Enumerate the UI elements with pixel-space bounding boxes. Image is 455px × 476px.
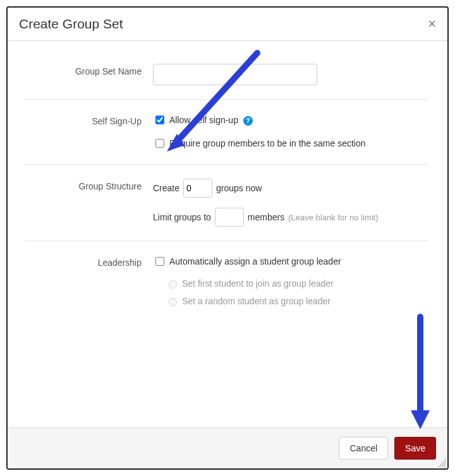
auto-assign-leader-checkbox[interactable] <box>155 257 164 266</box>
save-button[interactable]: Save <box>394 437 436 460</box>
dialog-footer: Cancel Save <box>8 427 447 468</box>
same-section-label[interactable]: Require group members to be in the same … <box>169 137 366 150</box>
help-icon[interactable]: ? <box>243 116 253 126</box>
self-signup-label: Self Sign-Up <box>27 114 153 150</box>
create-suffix: groups now <box>216 183 262 193</box>
auto-assign-leader-label[interactable]: Automatically assign a student group lea… <box>169 255 341 268</box>
limit-suffix: members <box>248 212 284 222</box>
group-count-input[interactable] <box>183 179 212 198</box>
section-group-structure: Group Structure Create groups now Limit … <box>27 165 428 241</box>
dialog-title: Create Group Set <box>19 16 123 32</box>
cancel-button[interactable]: Cancel <box>339 437 388 460</box>
create-prefix: Create <box>153 183 179 193</box>
allow-self-signup-checkbox[interactable] <box>155 116 164 124</box>
create-group-set-dialog: Create Group Set × Group Set Name Self S… <box>6 6 449 470</box>
same-section-checkbox[interactable] <box>155 139 164 148</box>
group-limit-input[interactable] <box>215 208 244 227</box>
section-leadership: Leadership Automatically assign a studen… <box>27 241 428 328</box>
close-icon[interactable]: × <box>428 17 436 31</box>
dialog-header: Create Group Set × <box>8 8 447 41</box>
leadership-label: Leadership <box>27 255 153 314</box>
leader-first-radio <box>169 280 177 289</box>
limit-hint: (Leave blank for no limit) <box>288 213 378 222</box>
section-group-name: Group Set Name <box>27 60 428 100</box>
group-name-label: Group Set Name <box>27 64 153 85</box>
leader-first-label: Set first student to join as group leade… <box>182 278 334 289</box>
group-name-input[interactable] <box>153 64 317 85</box>
leader-random-radio <box>169 298 177 306</box>
allow-self-signup-text: Allow self sign-up <box>169 115 238 125</box>
group-structure-label: Group Structure <box>27 179 153 227</box>
leader-random-label: Set a random student as group leader <box>182 296 331 306</box>
allow-self-signup-label[interactable]: Allow self sign-up ? <box>169 114 253 127</box>
dialog-body: Group Set Name Self Sign-Up Allow self s… <box>8 41 447 427</box>
limit-prefix: Limit groups to <box>153 212 211 222</box>
section-self-signup: Self Sign-Up Allow self sign-up ? Requir… <box>27 100 428 165</box>
